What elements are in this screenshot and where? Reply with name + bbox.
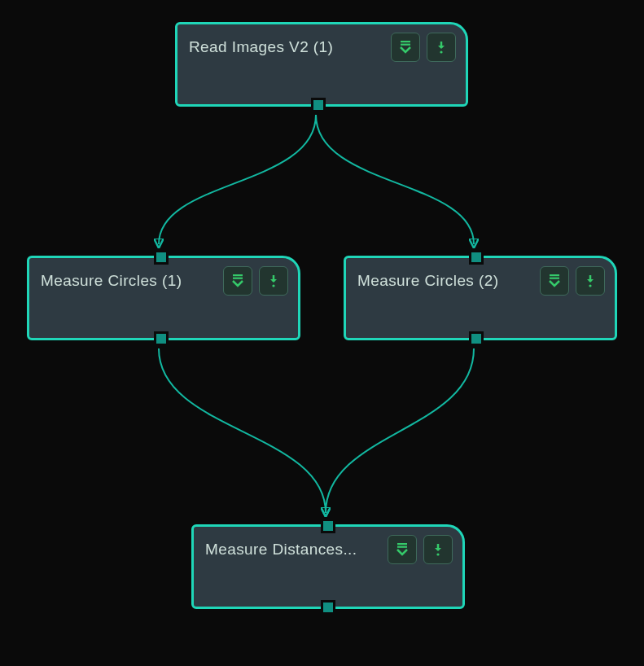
- download-icon: [434, 40, 449, 55]
- expand-all-button[interactable]: [391, 33, 420, 62]
- node-title: Read Images V2 (1): [189, 38, 384, 56]
- input-port[interactable]: [469, 250, 484, 265]
- output-port[interactable]: [154, 331, 169, 346]
- download-button[interactable]: [427, 33, 456, 62]
- svg-rect-10: [397, 546, 407, 548]
- edge: [159, 115, 316, 244]
- input-port[interactable]: [154, 250, 169, 265]
- svg-rect-3: [233, 274, 243, 276]
- download-button[interactable]: [576, 266, 605, 296]
- node-measure-circles-2[interactable]: Measure Circles (2): [344, 256, 617, 340]
- expand-all-button[interactable]: [223, 266, 252, 296]
- download-icon: [266, 274, 281, 288]
- expand-all-button[interactable]: [540, 266, 569, 296]
- svg-rect-0: [401, 41, 410, 42]
- output-port[interactable]: [469, 331, 484, 346]
- svg-rect-4: [233, 278, 243, 279]
- download-icon: [431, 542, 445, 557]
- expand-all-icon: [547, 274, 562, 288]
- node-title: Measure Circles (2): [357, 272, 533, 290]
- node-graph-canvas[interactable]: Read Images V2 (1): [0, 0, 644, 666]
- edge: [159, 348, 326, 513]
- expand-all-icon: [230, 274, 245, 288]
- edge: [316, 115, 474, 244]
- download-button[interactable]: [423, 535, 453, 564]
- svg-point-11: [436, 553, 439, 555]
- output-port[interactable]: [311, 98, 326, 112]
- expand-all-button[interactable]: [388, 535, 417, 564]
- expand-all-icon: [395, 542, 410, 557]
- node-title: Measure Circles (1): [41, 272, 217, 290]
- svg-rect-6: [550, 274, 559, 276]
- node-measure-distances[interactable]: Measure Distances...: [191, 524, 465, 609]
- output-port[interactable]: [321, 600, 335, 615]
- expand-all-icon: [398, 40, 413, 55]
- svg-point-2: [440, 50, 442, 53]
- svg-point-5: [272, 284, 274, 287]
- download-icon: [583, 274, 598, 288]
- input-port[interactable]: [321, 519, 335, 533]
- svg-point-8: [589, 284, 591, 287]
- edge: [326, 348, 474, 513]
- svg-rect-1: [401, 44, 410, 46]
- node-title: Measure Distances...: [205, 541, 381, 559]
- node-read-images-v2-1[interactable]: Read Images V2 (1): [175, 22, 468, 107]
- svg-rect-7: [550, 278, 559, 279]
- node-measure-circles-1[interactable]: Measure Circles (1): [27, 256, 300, 340]
- download-button[interactable]: [259, 266, 288, 296]
- svg-rect-9: [397, 543, 407, 545]
